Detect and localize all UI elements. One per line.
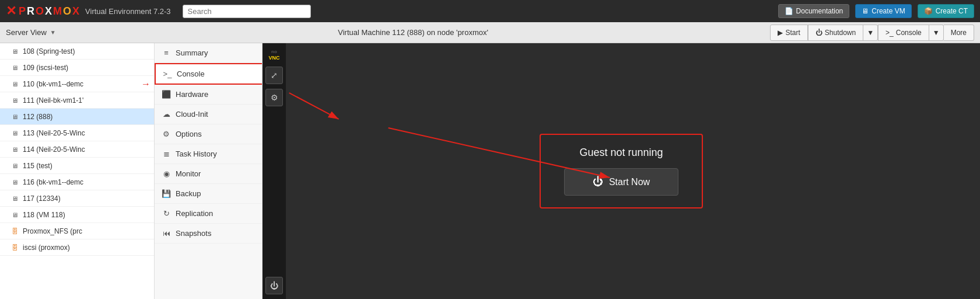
nav-item-snapshots[interactable]: ⏮ Snapshots — [155, 224, 262, 244]
sidebar-item-110[interactable]: 🖥 110 (bk-vm1--demc → — [0, 76, 154, 92]
vm-icon: 🖥 — [12, 113, 18, 120]
vm-icon: 🖥 — [12, 162, 18, 169]
sidebar-item-111[interactable]: 🖥 111 (Neil-bk-vm1-1' — [0, 92, 154, 109]
nav-item-hardware[interactable]: ⬛ Hardware — [155, 85, 262, 105]
task-icon: ≣ — [162, 150, 171, 158]
nav-item-cloud-init[interactable]: ☁ Cloud-Init — [155, 105, 262, 124]
app-version: Virtual Environment 7.2-3 — [85, 7, 170, 16]
backup-icon: 💾 — [162, 189, 171, 198]
nav-item-options[interactable]: ⚙ Options — [155, 124, 262, 144]
novnc-sidebar: no VNC ⤢ ⚙ ⏻ — [262, 43, 286, 299]
vm-icon: 🖥 — [12, 211, 18, 218]
vm-icon: 🖥 — [12, 64, 18, 71]
novnc-fullscreen-btn[interactable]: ⤢ — [265, 67, 283, 84]
guest-overlay: Guest not running ⏻ Start Now — [540, 134, 703, 208]
content-area: no VNC ⤢ ⚙ ⏻ Guest not running ⏻ St — [262, 43, 980, 299]
start-button[interactable]: ▶ Start — [770, 25, 807, 41]
shutdown-button[interactable]: ⏻ Shutdown — [808, 25, 863, 41]
nav-item-console[interactable]: >_ Console — [155, 63, 262, 85]
vm-title: Virtual Machine 112 (888) on node 'proxm… — [331, 28, 495, 37]
sidebar-item-112[interactable]: 🖥 112 (888) — [0, 109, 154, 125]
topbar: ✕ PROXMOX Virtual Environment 7.2-3 📄 Do… — [0, 0, 980, 22]
create-ct-button[interactable]: 📦 Create CT — [918, 4, 974, 18]
sidebar-item-proxmox-nfs[interactable]: 🗄 Proxmox_NFS (prc — [0, 223, 154, 239]
server-view-arrow[interactable]: ▼ — [50, 29, 56, 36]
monitor-icon: 🖥 — [862, 7, 869, 15]
vm-icon: 🖥 — [12, 195, 18, 202]
terminal-icon: >_ — [886, 29, 894, 37]
container-icon: 📦 — [924, 7, 933, 15]
novnc-logo: no VNC — [267, 48, 281, 62]
sidebar-item-115[interactable]: 🖥 115 (test) — [0, 158, 154, 174]
vm-icon: 🖥 — [12, 97, 18, 104]
vm-icon: 🖥 — [12, 48, 18, 55]
novnc-settings-btn[interactable]: ⚙ — [265, 89, 283, 106]
sidebar-item-109[interactable]: 🖥 109 (iscsi-test) — [0, 60, 154, 76]
vm-icon: 🖥 — [12, 130, 18, 137]
nav-item-backup[interactable]: 💾 Backup — [155, 184, 262, 204]
sidebar-item-116[interactable]: 🖥 116 (bk-vm1--demc — [0, 174, 154, 190]
center-nav: ≡ Summary >_ Console ⬛ Hardware ☁ Cloud-… — [155, 43, 262, 299]
console-arrow-button[interactable]: ▼ — [929, 25, 944, 41]
nav-item-summary[interactable]: ≡ Summary — [155, 43, 262, 63]
novnc-power-btn[interactable]: ⏻ — [265, 277, 283, 294]
cloud-icon: ☁ — [162, 110, 171, 119]
create-vm-button[interactable]: 🖥 Create VM — [855, 4, 911, 18]
gear-icon: ⚙ — [162, 130, 171, 138]
main-layout: 🖥 108 (Spring-test) 🖥 109 (iscsi-test) 🖥… — [0, 43, 980, 299]
more-button[interactable]: More — [944, 25, 974, 41]
sidebar-item-108[interactable]: 🖥 108 (Spring-test) — [0, 43, 154, 60]
sidebar-item-118[interactable]: 🖥 118 (VM 118) — [0, 207, 154, 223]
nav-item-task-history[interactable]: ≣ Task History — [155, 144, 262, 164]
arrow-indicator: → — [141, 79, 150, 89]
snapshots-icon: ⏮ — [162, 229, 171, 238]
sidebar-item-114[interactable]: 🖥 114 (Neil-20-5-Winc — [0, 141, 154, 158]
proxmox-logo: ✕ PROXMOX Virtual Environment 7.2-3 — [6, 4, 171, 19]
guest-status-text: Guest not running — [579, 147, 663, 159]
nav-item-replication[interactable]: ↻ Replication — [155, 204, 262, 224]
server-sidebar: 🖥 108 (Spring-test) 🖥 109 (iscsi-test) 🖥… — [0, 43, 155, 299]
documentation-button[interactable]: 📄 Documentation — [778, 4, 850, 18]
vm-icon: 🖥 — [12, 81, 18, 88]
nfs-icon: 🗄 — [12, 228, 18, 235]
subbar: Server View ▼ Virtual Machine 112 (888) … — [0, 22, 980, 43]
console-button[interactable]: >_ Console — [878, 25, 929, 41]
sidebar-item-117[interactable]: 🖥 117 (12334) — [0, 190, 154, 207]
summary-icon: ≡ — [162, 48, 171, 57]
sidebar-item-iscsi[interactable]: 🗄 iscsi (proxmox) — [0, 239, 154, 256]
play-icon: ▶ — [778, 29, 783, 37]
vm-icon: 🖥 — [12, 146, 18, 153]
replication-icon: ↻ — [162, 209, 171, 218]
hardware-icon: ⬛ — [162, 90, 171, 99]
start-now-button[interactable]: ⏻ Start Now — [564, 168, 678, 196]
vm-icon: 🖥 — [12, 179, 18, 186]
sidebar-item-113[interactable]: 🖥 113 (Neil-20-5-Winc — [0, 125, 154, 141]
eye-icon: ◉ — [162, 169, 171, 178]
shutdown-arrow-button[interactable]: ▼ — [863, 25, 878, 41]
nfs-icon: 🗄 — [12, 244, 18, 251]
search-input[interactable] — [183, 5, 311, 18]
power-circle-icon: ⏻ — [593, 176, 603, 188]
action-buttons: ▶ Start ⏻ Shutdown ▼ >_ Console ▼ More — [770, 25, 974, 41]
console-icon: >_ — [163, 69, 172, 78]
svg-line-0 — [289, 93, 339, 119]
power-icon: ⏻ — [816, 29, 822, 37]
doc-icon: 📄 — [785, 7, 793, 15]
nav-item-monitor[interactable]: ◉ Monitor — [155, 164, 262, 184]
server-view-label: Server View — [6, 28, 47, 37]
